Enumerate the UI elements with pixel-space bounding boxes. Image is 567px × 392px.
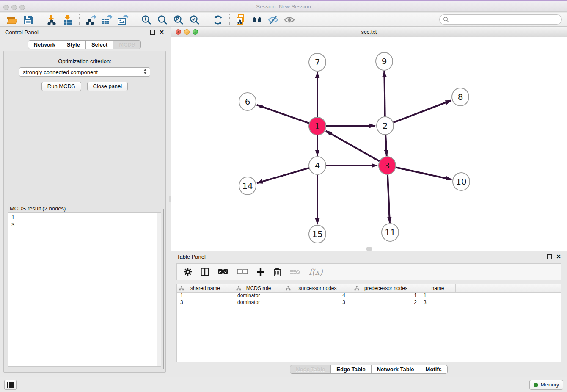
table-cell[interactable]: dominator	[234, 293, 284, 299]
search-input[interactable]	[449, 17, 550, 22]
window-close-icon[interactable]	[3, 5, 9, 10]
application-window: Session: New Session	[0, 0, 567, 392]
table-settings-gear-icon[interactable]	[184, 268, 192, 276]
table-cell[interactable]: 1	[177, 293, 234, 299]
table-cell[interactable]: dominator	[234, 299, 284, 306]
show-graphics-details-icon[interactable]	[283, 14, 296, 26]
table-cell[interactable]: 2	[352, 299, 420, 306]
memory-button[interactable]: Memory	[529, 380, 563, 390]
control-panel: Control Panel ✕ Network Style Select MCD…	[0, 27, 169, 375]
deselect-all-icon[interactable]	[237, 269, 248, 275]
network-canvas[interactable]: 1234678910111415	[171, 38, 567, 251]
table-cell[interactable]: 4	[284, 293, 352, 299]
control-panel-title: Control Panel	[5, 29, 150, 36]
import-table-icon[interactable]	[61, 14, 74, 26]
new-network-from-selection-icon[interactable]	[235, 14, 248, 26]
tab-motifs[interactable]: Motifs	[420, 365, 448, 374]
main-toolbar	[0, 13, 567, 27]
float-table-panel-icon[interactable]	[547, 254, 552, 259]
graph-edge-3-10[interactable]	[395, 167, 452, 179]
mcds-result-text[interactable]: 1 3	[8, 212, 161, 367]
task-history-button[interactable]	[4, 380, 17, 390]
graph-node-14[interactable]: 14	[239, 177, 256, 195]
graph-edge-3-1[interactable]	[326, 131, 380, 161]
zoom-fit-icon[interactable]	[172, 14, 185, 26]
graph-node-10[interactable]: 10	[453, 173, 470, 190]
window-zoom-icon[interactable]	[19, 5, 25, 10]
run-mcds-button[interactable]: Run MCDS	[41, 82, 81, 91]
graph-edge-1-2[interactable]	[325, 126, 375, 126]
first-neighbors-icon[interactable]	[251, 14, 264, 26]
import-network-icon[interactable]	[45, 14, 58, 26]
zoom-selected-icon[interactable]	[188, 14, 201, 26]
tab-style[interactable]: Style	[61, 40, 86, 49]
optimization-criterion-select[interactable]: strongly connected component	[19, 67, 150, 77]
column-header-name[interactable]: name	[420, 284, 456, 292]
refresh-layout-icon[interactable]	[212, 14, 224, 26]
graph-node-4[interactable]: 4	[309, 157, 326, 174]
zoom-out-icon[interactable]	[156, 14, 169, 26]
table-cell[interactable]: 3	[177, 299, 234, 306]
table-cell[interactable]: 3	[284, 299, 352, 306]
table-cell[interactable]: 1	[352, 293, 420, 299]
graph-node-label: 15	[312, 229, 322, 239]
tab-mcds[interactable]: MCDS	[113, 40, 141, 49]
float-panel-icon[interactable]	[150, 30, 155, 35]
column-header-shared-name[interactable]: shared name	[177, 284, 234, 292]
tab-select[interactable]: Select	[85, 40, 113, 49]
network-resize-grip[interactable]	[366, 247, 372, 251]
hide-graphics-details-icon[interactable]	[267, 14, 280, 26]
graph-node-7[interactable]: 7	[309, 53, 326, 71]
graph-node-2[interactable]: 2	[377, 117, 394, 135]
select-stepper-icon	[143, 69, 147, 74]
tab-edge-table[interactable]: Edge Table	[330, 365, 371, 374]
close-panel-icon[interactable]: ✕	[159, 30, 164, 35]
tab-node-table[interactable]: Node Table	[290, 365, 331, 374]
split-panel-icon[interactable]	[201, 268, 209, 276]
mcds-result-title: MCDS result (2 nodes)	[8, 205, 67, 212]
export-network-icon[interactable]	[85, 14, 97, 26]
export-table-icon[interactable]	[101, 14, 113, 26]
column-header-mcds-role[interactable]: MCDS role	[234, 284, 284, 292]
graph-edge-2-3[interactable]	[385, 134, 387, 156]
close-table-panel-icon[interactable]: ✕	[556, 254, 561, 259]
graph-edge-3-11[interactable]	[388, 174, 390, 223]
result-scrollbar[interactable]	[157, 213, 161, 366]
export-image-icon[interactable]	[117, 14, 129, 26]
tab-network-table[interactable]: Network Table	[371, 365, 420, 374]
column-header-successor-nodes[interactable]: successor nodes	[284, 284, 352, 292]
tab-network[interactable]: Network	[28, 40, 61, 49]
delete-column-icon[interactable]	[273, 268, 281, 276]
save-session-icon[interactable]	[22, 14, 35, 26]
toolbar-separator	[135, 14, 135, 25]
network-minimize-icon[interactable]: −	[184, 29, 190, 35]
graph-edge-2-9[interactable]	[384, 71, 385, 118]
graph-node-3[interactable]: 3	[379, 157, 396, 174]
graph-edge-2-8[interactable]	[393, 100, 451, 123]
table-row[interactable]: 1dominator411	[177, 293, 561, 299]
graph-node-8[interactable]: 8	[452, 88, 469, 106]
column-header-predecessor-nodes[interactable]: predecessor nodes	[352, 284, 420, 292]
zoom-in-icon[interactable]	[140, 14, 153, 26]
graph-node-11[interactable]: 11	[382, 224, 399, 241]
table-row[interactable]: 3dominator323	[177, 299, 561, 306]
search-field[interactable]	[439, 14, 562, 25]
graph-node-6[interactable]: 6	[239, 93, 256, 110]
add-column-icon[interactable]	[256, 268, 265, 276]
graph-edge-4-14[interactable]	[257, 168, 310, 183]
graph-node-15[interactable]: 15	[309, 225, 326, 243]
table-cell[interactable]: 1	[420, 293, 456, 299]
table-cell[interactable]: 3	[420, 299, 456, 306]
table-toolbar: f(x)	[176, 263, 561, 280]
open-session-icon[interactable]	[6, 14, 19, 26]
graph-node-9[interactable]: 9	[376, 52, 393, 70]
network-window-titlebar[interactable]: × − + scc.txt	[171, 27, 567, 37]
network-maximize-icon[interactable]: +	[193, 29, 198, 35]
table-body: 1dominator4113dominator323	[177, 293, 561, 306]
graph-edge-1-6[interactable]	[257, 105, 310, 124]
network-close-icon[interactable]: ×	[176, 29, 181, 35]
graph-node-1[interactable]: 1	[309, 117, 326, 135]
select-all-icon[interactable]	[217, 269, 228, 275]
close-panel-button[interactable]: Close panel	[87, 82, 128, 91]
window-minimize-icon[interactable]	[11, 5, 17, 10]
